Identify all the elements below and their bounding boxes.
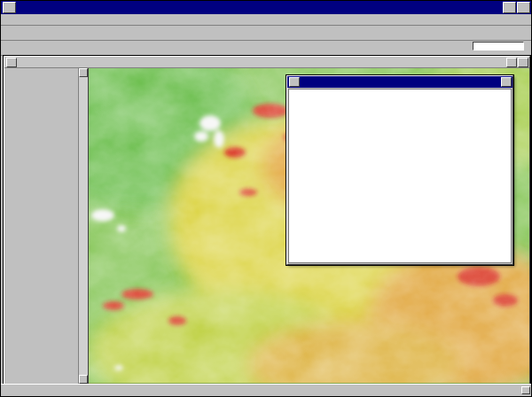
menu-bar	[1, 14, 531, 26]
chart-window-titlebar[interactable]	[287, 76, 512, 88]
view-maximize-icon[interactable]	[518, 58, 528, 67]
resize-grip-icon[interactable]	[521, 386, 530, 394]
arcview-application-window	[0, 0, 532, 397]
view-window-titlebar[interactable]	[4, 57, 529, 68]
minimize-icon[interactable]	[503, 2, 516, 13]
chart-window	[286, 75, 513, 265]
status-strip	[1, 384, 532, 396]
chart-area	[288, 89, 512, 263]
control-menu-icon[interactable]	[3, 2, 16, 13]
scroll-down-icon[interactable]	[79, 375, 88, 384]
visibility-profile-chart	[289, 90, 512, 263]
chart-maximize-icon[interactable]	[501, 77, 512, 87]
chart-control-menu-icon[interactable]	[289, 77, 300, 87]
app-titlebar	[1, 1, 531, 14]
scroll-up-icon[interactable]	[79, 68, 88, 77]
tool-bar	[1, 41, 531, 56]
view-minimize-icon[interactable]	[506, 58, 517, 67]
view-control-menu-icon[interactable]	[6, 58, 17, 67]
table-of-contents	[4, 68, 78, 384]
button-bar	[1, 26, 531, 41]
scale-input[interactable]	[473, 42, 524, 51]
toc-scrollbar[interactable]	[78, 68, 88, 384]
maximize-icon[interactable]	[517, 2, 530, 13]
